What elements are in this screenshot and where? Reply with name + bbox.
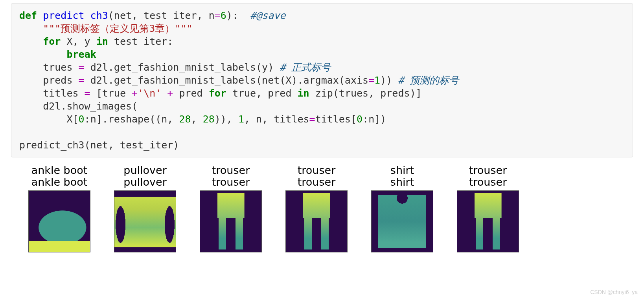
fn-name: predict_ch3 (37, 10, 108, 21)
fashion-mnist-image (457, 190, 519, 252)
docstring: """预测标签（定义见第3章）""" (43, 23, 192, 34)
fashion-mnist-image (371, 190, 433, 252)
kw-break: break (66, 49, 96, 60)
fashion-mnist-image (28, 190, 90, 252)
caption-0: ankle boot ankle boot (31, 164, 88, 188)
fashion-mnist-image (200, 190, 262, 252)
caption-5: trouser trouser (469, 164, 507, 188)
comment-pred: # 预测的标号 (398, 75, 459, 86)
fashion-mnist-image (285, 190, 348, 252)
caption-4: shirt shirt (390, 164, 414, 188)
tile-1: pullover pullover (114, 164, 176, 252)
tile-0: ankle boot ankle boot (28, 164, 90, 252)
fashion-mnist-image (114, 190, 176, 252)
code-cell: def predict_ch3(net, test_iter, n=6): #@… (11, 3, 633, 157)
tile-5: trouser trouser (457, 164, 519, 252)
tile-4: shirt shirt (371, 164, 433, 252)
decorator-save: #@save (250, 10, 285, 21)
comment-true: # 正式标号 (280, 62, 331, 73)
tile-2: trouser trouser (200, 164, 262, 252)
tile-3: trouser trouser (285, 164, 348, 252)
caption-3: trouser trouser (298, 164, 336, 188)
kw-def: def (19, 10, 37, 21)
caption-1: pullover pullover (123, 164, 166, 188)
call-line: predict_ch3(net, test_iter) (19, 139, 179, 151)
caption-2: trouser trouser (212, 164, 250, 188)
image-gallery: ankle boot ankle boot pullover pullover … (28, 164, 644, 252)
